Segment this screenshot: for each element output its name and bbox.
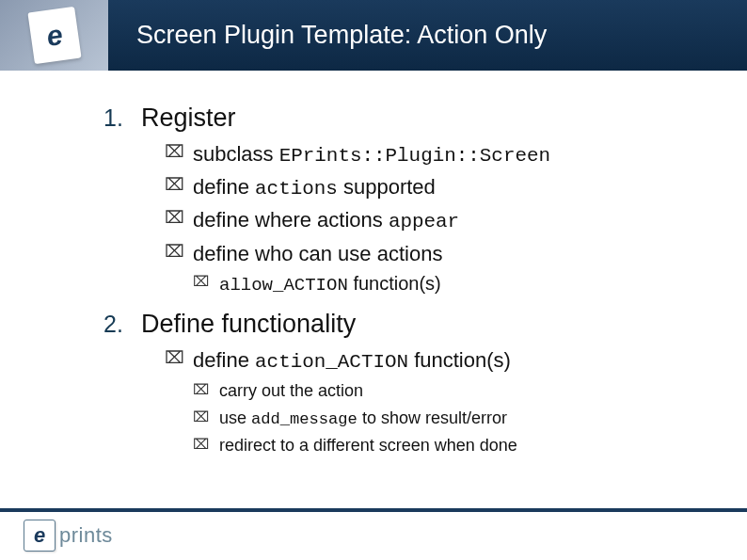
list-item: ⌧ define who can use actions (165, 240, 700, 268)
list-label: Register (141, 104, 236, 133)
bullet-icon: ⌧ (165, 140, 193, 164)
list-item: 2. Define functionality (103, 310, 700, 339)
list-text: define who can use actions (193, 240, 442, 268)
list-item: ⌧ allow_ACTION function(s) (193, 271, 700, 298)
list-text: define where actions appear (193, 206, 459, 235)
footer-divider (0, 508, 747, 512)
eprints-e-icon: e (44, 19, 64, 53)
header-icon-area: e (0, 0, 108, 71)
slide-title: Screen Plugin Template: Action Only (136, 21, 547, 50)
slide-header: e Screen Plugin Template: Action Only (0, 0, 747, 71)
sublist: ⌧ subclass EPrints::Plugin::Screen ⌧ def… (165, 140, 700, 298)
bullet-icon: ⌧ (165, 206, 193, 230)
list-item: ⌧ use add_message to show result/error (193, 407, 700, 430)
bullet-icon: ⌧ (193, 379, 219, 399)
list-text: use add_message to show result/error (219, 407, 507, 430)
document-icon: e (27, 7, 81, 64)
subsublist: ⌧ allow_ACTION function(s) (193, 271, 700, 298)
list-item: ⌧ redirect to a different screen when do… (193, 434, 700, 456)
bullet-icon: ⌧ (165, 240, 193, 264)
bullet-icon: ⌧ (165, 346, 193, 370)
list-text: allow_ACTION function(s) (219, 271, 441, 298)
bullet-icon: ⌧ (193, 271, 219, 291)
list-item: ⌧ carry out the action (193, 379, 700, 402)
list-label: Define functionality (141, 310, 356, 339)
list-text: subclass EPrints::Plugin::Screen (193, 140, 550, 169)
list-item: 1. Register (103, 104, 700, 133)
bullet-icon: ⌧ (165, 173, 193, 197)
title-bar: Screen Plugin Template: Action Only (108, 0, 747, 71)
list-item: ⌧ define actions supported (165, 173, 700, 202)
bullet-icon: ⌧ (193, 407, 219, 426)
subsublist: ⌧ carry out the action ⌧ use add_message… (193, 379, 700, 456)
list-text: carry out the action (219, 379, 363, 402)
list-text: define actions supported (193, 173, 436, 202)
list-item: ⌧ subclass EPrints::Plugin::Screen (165, 140, 700, 169)
list-item: ⌧ define where actions appear (165, 206, 700, 235)
logo-icon: e (24, 520, 56, 552)
number-marker: 2. (103, 311, 141, 338)
list-item: ⌧ define action_ACTION function(s) (165, 346, 700, 376)
logo-e-icon: e (34, 523, 45, 548)
number-marker: 1. (103, 104, 141, 132)
list-text: redirect to a different screen when done (219, 434, 517, 456)
eprints-logo: e prints (24, 520, 113, 552)
slide-footer: e prints (0, 508, 747, 560)
slide-content: 1. Register ⌧ subclass EPrints::Plugin::… (0, 71, 747, 487)
logo-text: prints (59, 523, 113, 548)
bullet-icon: ⌧ (193, 434, 219, 454)
list-text: define action_ACTION function(s) (193, 346, 511, 376)
sublist: ⌧ define action_ACTION function(s) ⌧ car… (165, 346, 700, 456)
